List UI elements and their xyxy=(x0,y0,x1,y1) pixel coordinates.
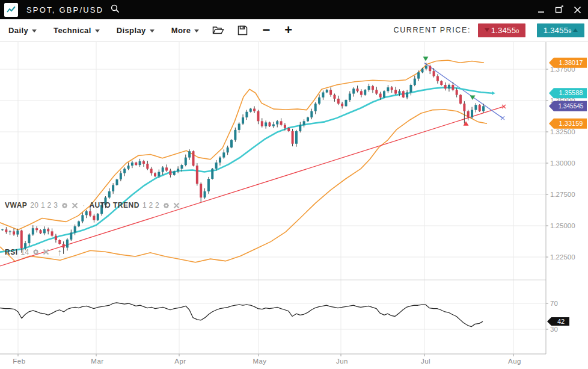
candle-body xyxy=(192,151,195,166)
indicator-legend-rsi: RSI 14 ↑ xyxy=(5,247,62,257)
vwap-remove-icon[interactable] xyxy=(72,202,78,209)
candle-body xyxy=(158,172,160,176)
candle-body xyxy=(421,69,424,72)
vwap-line-end xyxy=(492,91,495,95)
bid-price-badge[interactable]: 1.34550 xyxy=(478,23,525,37)
auto-trend-indicator-label: AUTO TREND xyxy=(89,201,139,209)
candle-body xyxy=(227,147,229,152)
candle-body xyxy=(32,228,34,234)
candle-body xyxy=(112,185,114,191)
menu-display-label: Display xyxy=(117,26,146,35)
candle-body xyxy=(78,222,80,226)
price-down-arrow-icon xyxy=(485,28,489,32)
menu-more[interactable]: More xyxy=(171,26,200,35)
current-price-panel: CURRENT PRICE: 1.34550 1.34559 xyxy=(394,23,586,37)
candle-body xyxy=(55,236,57,240)
candle-body xyxy=(173,172,176,175)
menu-daily[interactable]: Daily xyxy=(8,26,37,35)
candle-body xyxy=(287,128,290,131)
candle-body xyxy=(479,105,481,111)
candle-body xyxy=(58,240,61,244)
price-tick-label: 1.25000 xyxy=(550,222,575,229)
candle-body xyxy=(292,131,294,144)
candle-body xyxy=(299,125,301,131)
menu-display[interactable]: Display xyxy=(117,26,155,35)
candle-body xyxy=(16,231,19,235)
chevron-down-icon xyxy=(150,29,155,33)
indicator-legend-vwap-trend: VWAP 20 1 2 3 · AUTO TREND 1 2 2 xyxy=(5,201,180,209)
month-label: Jul xyxy=(421,358,430,365)
price-up-arrow-icon xyxy=(573,28,578,32)
toolbar: Daily Technical Display More xyxy=(0,19,588,42)
candle-body xyxy=(165,167,168,170)
auto-trend-support-line[interactable] xyxy=(0,107,504,266)
candle-body xyxy=(433,71,435,76)
candle-body xyxy=(383,91,385,97)
candle-body xyxy=(372,86,374,90)
candle-body xyxy=(276,121,278,124)
candle-body xyxy=(215,163,218,169)
title-bar: SPOT, GBP/USD xyxy=(0,0,588,19)
rsi-params: 14 xyxy=(21,248,29,256)
rsi-line xyxy=(0,303,483,327)
candle-body xyxy=(391,87,393,90)
chevron-down-icon xyxy=(95,29,100,33)
rsi-settings-gear-icon[interactable] xyxy=(32,248,40,256)
open-folder-icon[interactable] xyxy=(212,25,224,35)
window-title: SPOT, GBP/USD xyxy=(26,5,103,14)
candle-body xyxy=(394,90,397,93)
candle-body xyxy=(123,169,126,173)
candle-body xyxy=(66,240,69,248)
vwap-indicator-label: VWAP xyxy=(5,201,27,209)
minimize-button[interactable] xyxy=(536,5,546,14)
candle-body xyxy=(242,117,244,123)
auto-trend-remove-icon[interactable] xyxy=(173,202,180,209)
close-button[interactable] xyxy=(572,5,582,14)
price-tick-label: 1.30000 xyxy=(550,160,575,167)
candle-body xyxy=(97,214,99,220)
candle-body xyxy=(35,228,38,230)
chart-line-glyph xyxy=(6,5,16,14)
candle-body xyxy=(150,169,153,173)
trading-app-window: SPOT, GBP/USD xyxy=(0,0,588,369)
auto-trend-resist-end-handle[interactable] xyxy=(501,116,504,120)
menu-technical-label: Technical xyxy=(54,26,91,35)
candle-body xyxy=(314,104,317,111)
candle-body xyxy=(280,121,283,125)
bid-price-pip: 0 xyxy=(516,28,519,34)
candle-body xyxy=(43,229,46,233)
candle-body xyxy=(284,125,286,128)
chevron-down-icon xyxy=(32,29,37,33)
rsi-move-up-icon[interactable]: ↑ xyxy=(57,247,62,257)
candle-body xyxy=(196,166,198,184)
candle-body xyxy=(337,99,340,104)
candle-body xyxy=(482,106,485,111)
candle-body xyxy=(89,211,91,216)
price-tick-label: 1.27500 xyxy=(550,191,575,198)
menu-technical[interactable]: Technical xyxy=(54,26,100,35)
current-price-label: CURRENT PRICE: xyxy=(394,26,471,34)
candle-body xyxy=(20,231,23,249)
zoom-out-button[interactable]: − xyxy=(262,24,270,36)
candle-body xyxy=(238,123,240,129)
price-badge-label: 1.38017 xyxy=(559,59,583,66)
candle-body xyxy=(5,229,7,232)
zoom-in-button[interactable]: + xyxy=(284,24,292,36)
rsi-tick-label: 70 xyxy=(550,300,558,307)
candle-body xyxy=(436,76,439,81)
ask-price-badge[interactable]: 1.34559 xyxy=(537,23,584,37)
auto-trend-settings-gear-icon[interactable] xyxy=(162,202,170,209)
popout-button[interactable] xyxy=(554,5,564,14)
save-icon[interactable] xyxy=(237,25,248,36)
sell-signal-marker xyxy=(423,57,429,61)
candle-body xyxy=(222,152,225,157)
candle-body xyxy=(265,122,267,126)
candle-body xyxy=(63,244,65,247)
vwap-settings-gear-icon[interactable] xyxy=(61,202,69,209)
candle-body xyxy=(310,111,313,117)
candle-body xyxy=(185,158,187,165)
candle-body xyxy=(322,92,324,97)
rsi-remove-icon[interactable] xyxy=(43,249,49,255)
candle-body xyxy=(204,191,206,197)
search-icon[interactable] xyxy=(111,4,120,16)
